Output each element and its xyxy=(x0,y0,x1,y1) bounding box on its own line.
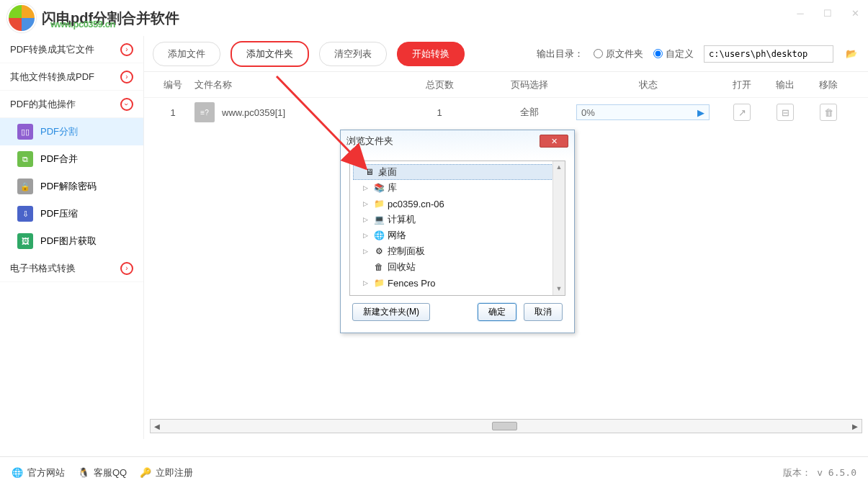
delete-icon[interactable]: 🗑 xyxy=(820,104,837,121)
output-path-input[interactable] xyxy=(704,45,833,63)
sidebar-item-label: PDF图片获取 xyxy=(40,235,97,248)
cell-num: 1 xyxy=(151,107,194,118)
col-sel: 页码选择 xyxy=(483,78,576,91)
desktop-icon: 🖥 xyxy=(364,166,375,178)
dialog-titlebar[interactable]: 浏览文件夹 ✕ xyxy=(341,130,574,152)
qq-support-link[interactable]: 🐧客服QQ xyxy=(78,466,127,479)
scroll-thumb[interactable] xyxy=(492,422,517,430)
tree-node[interactable]: ▷📁Fences Pro xyxy=(353,275,562,291)
sidebar-cat-ebook[interactable]: 电子书格式转换› xyxy=(0,255,143,282)
table-row[interactable]: 1 ≡?www.pc0359[1] 1 全部 0%▶ ↗ ⊟ 🗑 xyxy=(144,98,868,127)
recycle-bin-icon: 🗑 xyxy=(373,261,385,273)
folder-icon: 📁 xyxy=(373,198,385,209)
sidebar-item-merge[interactable]: ⧉PDF合并 xyxy=(0,145,143,173)
dialog-title: 浏览文件夹 xyxy=(346,135,393,148)
watermark: www.pc0359.cn xyxy=(50,19,115,30)
table-header: 编号 文件名称 总页数 页码选择 状态 打开 输出 移除 xyxy=(144,72,868,98)
col-name: 文件名称 xyxy=(194,78,396,91)
sidebar-item-label: PDF压缩 xyxy=(40,207,78,220)
scroll-left-icon[interactable]: ◄ xyxy=(151,421,164,432)
folder-tree[interactable]: 🖥桌面 ▷📚库 ▷📁pc0359.cn-06 ▷💻计算机 ▷🌐网络 ▷⚙控制面板… xyxy=(349,161,565,296)
col-out: 输出 xyxy=(764,78,807,91)
col-num: 编号 xyxy=(151,78,194,91)
chevron-icon: › xyxy=(120,71,133,83)
sidebar-cat-pdf-ops[interactable]: PDF的其他操作› xyxy=(0,91,143,118)
add-file-button[interactable]: 添加文件 xyxy=(153,42,220,66)
horizontal-scrollbar[interactable]: ◄ ► xyxy=(150,419,862,433)
chevron-icon: › xyxy=(120,43,133,56)
tree-node[interactable]: ▷💻计算机 xyxy=(353,212,562,227)
tree-node[interactable]: ▷📁pc0359.cn-06 xyxy=(353,196,562,212)
sidebar-cat-to-pdf[interactable]: 其他文件转换成PDF› xyxy=(0,63,143,91)
open-icon[interactable]: ↗ xyxy=(733,104,751,121)
split-icon: ▯▯ xyxy=(17,124,33,140)
sidebar-item-label: PDF分割 xyxy=(40,125,78,138)
scroll-right-icon[interactable]: ► xyxy=(849,421,862,432)
maximize-icon[interactable]: ☐ xyxy=(820,6,835,20)
footer: 🌐官方网站 🐧客服QQ 🔑立即注册 版本： v 6.5.0 xyxy=(0,456,868,488)
app-logo xyxy=(7,4,36,32)
vertical-scrollbar[interactable]: ▲▼ xyxy=(552,161,565,295)
col-open: 打开 xyxy=(720,78,764,91)
start-convert-button[interactable]: 开始转换 xyxy=(397,42,465,66)
toolbar: 添加文件 添加文件夹 清空列表 开始转换 输出目录： 原文件夹 自定义 📂 xyxy=(144,36,868,72)
chevron-down-icon: › xyxy=(120,98,133,111)
col-stat: 状态 xyxy=(576,78,720,91)
sidebar: PDF转换成其它文件› 其他文件转换成PDF› PDF的其他操作› ▯▯PDF分… xyxy=(0,36,144,439)
cell-name: www.pc0359[1] xyxy=(222,107,285,118)
tree-node[interactable]: ▷🌐网络 xyxy=(353,227,562,243)
lock-icon: 🔒 xyxy=(17,179,33,194)
cell-sel[interactable]: 全部 xyxy=(483,106,576,119)
file-icon: ≡? xyxy=(194,102,215,122)
sidebar-item-label: PDF合并 xyxy=(40,153,78,166)
radio-custom-folder[interactable]: 自定义 xyxy=(653,48,694,60)
sidebar-cat-convert-other[interactable]: PDF转换成其它文件› xyxy=(0,36,143,63)
network-icon: 🌐 xyxy=(373,230,385,241)
ie-icon: 🌐 xyxy=(12,467,23,478)
add-folder-button[interactable]: 添加文件夹 xyxy=(231,41,309,67)
cancel-button[interactable]: 取消 xyxy=(524,303,563,321)
key-icon: 🔑 xyxy=(140,467,151,478)
titlebar: 闪电pdf分割合并软件 www.pc0359.cn ─ ☐ ✕ xyxy=(0,0,868,36)
tree-node[interactable]: 🗑回收站 xyxy=(353,259,562,275)
image-icon: 🖼 xyxy=(17,233,33,249)
col-pages: 总页数 xyxy=(396,78,483,91)
radio-original-folder[interactable]: 原文件夹 xyxy=(594,48,643,60)
sidebar-item-unlock[interactable]: 🔒PDF解除密码 xyxy=(0,173,143,200)
sidebar-item-split[interactable]: ▯▯PDF分割 xyxy=(0,118,143,145)
chevron-icon: › xyxy=(120,262,133,275)
computer-icon: 💻 xyxy=(373,214,385,225)
control-panel-icon: ⚙ xyxy=(373,245,385,257)
version-label: 版本： v 6.5.0 xyxy=(783,466,856,479)
close-icon[interactable]: ✕ xyxy=(848,6,862,20)
tree-node-desktop[interactable]: 🖥桌面 xyxy=(353,164,562,180)
output-dir-label: 输出目录： xyxy=(537,48,583,60)
folder-icon: 📁 xyxy=(373,277,385,289)
new-folder-button[interactable]: 新建文件夹(M) xyxy=(352,303,430,321)
cell-pages: 1 xyxy=(396,107,483,118)
register-link[interactable]: 🔑立即注册 xyxy=(140,466,193,479)
merge-icon: ⧉ xyxy=(17,151,33,167)
progress-bar[interactable]: 0%▶ xyxy=(576,104,710,120)
ok-button[interactable]: 确定 xyxy=(478,303,516,321)
sidebar-item-images[interactable]: 🖼PDF图片获取 xyxy=(0,227,143,255)
sidebar-item-label: PDF解除密码 xyxy=(40,180,97,193)
dialog-close-button[interactable]: ✕ xyxy=(540,135,568,148)
minimize-icon[interactable]: ─ xyxy=(793,6,807,20)
tree-node[interactable]: ▷📚库 xyxy=(353,180,562,196)
library-icon: 📚 xyxy=(373,182,385,194)
compress-icon: ⇩ xyxy=(17,206,33,222)
sidebar-item-compress[interactable]: ⇩PDF压缩 xyxy=(0,200,143,227)
official-site-link[interactable]: 🌐官方网站 xyxy=(12,466,65,479)
play-icon[interactable]: ▶ xyxy=(697,107,704,118)
export-icon[interactable]: ⊟ xyxy=(777,104,794,121)
tree-node[interactable]: ▷⚙控制面板 xyxy=(353,243,562,259)
clear-list-button[interactable]: 清空列表 xyxy=(319,42,387,66)
browse-folder-icon[interactable]: 📂 xyxy=(844,46,859,62)
col-del: 移除 xyxy=(807,78,850,91)
browse-folder-dialog: 浏览文件夹 ✕ 🖥桌面 ▷📚库 ▷📁pc0359.cn-06 ▷💻计算机 ▷🌐网… xyxy=(340,130,575,333)
qq-icon: 🐧 xyxy=(78,467,89,478)
